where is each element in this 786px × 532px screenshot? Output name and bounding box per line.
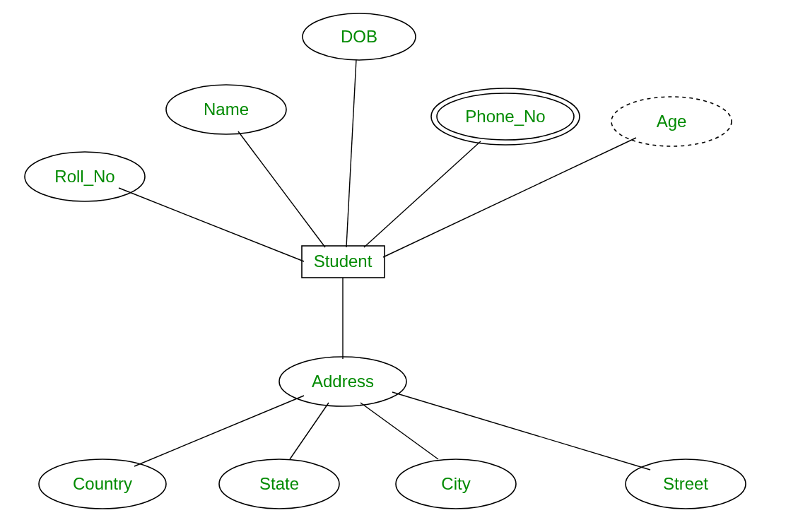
attr-country: Country (39, 459, 166, 509)
edge-address-street (392, 392, 650, 470)
attr-rollno-label: Roll_No (54, 167, 115, 186)
attr-age-label: Age (657, 112, 687, 131)
attr-address-label: Address (312, 372, 374, 391)
attr-phoneno: Phone_No (431, 88, 580, 145)
attr-age: Age (611, 97, 732, 146)
attr-address: Address (279, 357, 406, 406)
edge-address-state (290, 403, 329, 459)
entity-student-label: Student (314, 252, 373, 271)
er-diagram: Student Roll_No Name DOB Phone_No Age Ad… (0, 0, 786, 532)
attr-city: City (396, 459, 516, 509)
edge-student-rollno (119, 188, 304, 261)
attr-rollno: Roll_No (25, 152, 145, 201)
attr-state: State (219, 459, 339, 509)
attr-street-label: Street (663, 474, 708, 493)
edge-student-age (383, 138, 636, 257)
attr-city-label: City (441, 474, 470, 493)
attr-state-label: State (259, 474, 299, 493)
entity-student: Student (302, 246, 385, 278)
edge-address-country (134, 396, 304, 466)
attr-dob-label: DOB (341, 27, 377, 46)
attr-name-label: Name (204, 100, 249, 119)
attr-dob: DOB (303, 13, 416, 60)
attr-country-label: Country (73, 474, 132, 493)
edge-student-phoneno (364, 141, 481, 247)
edge-student-name (238, 131, 325, 247)
edge-student-dob (346, 59, 356, 247)
edge-address-city (360, 403, 438, 459)
attr-phoneno-label: Phone_No (465, 107, 545, 126)
attr-street: Street (626, 459, 746, 509)
attr-name: Name (166, 85, 286, 134)
